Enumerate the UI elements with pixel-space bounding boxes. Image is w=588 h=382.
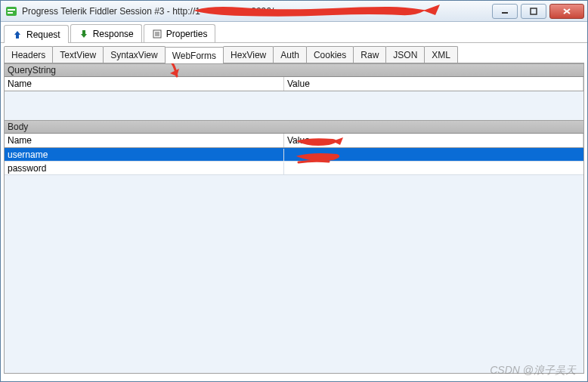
- bottom-spacer: [1, 378, 587, 381]
- titlebar: Progress Telerik Fiddler Session #3 - ht…: [1, 1, 587, 22]
- subtab-webforms[interactable]: WebForms: [165, 47, 224, 63]
- subtab-json[interactable]: JSON: [385, 46, 425, 63]
- webforms-panel: QueryString Name Value Body Name Value u…: [4, 63, 584, 374]
- properties-icon: [152, 29, 162, 39]
- subtab-raw[interactable]: Raw: [353, 46, 386, 63]
- window: Progress Telerik Fiddler Session #3 - ht…: [0, 0, 588, 382]
- svg-rect-4: [531, 8, 537, 14]
- minimize-button[interactable]: [492, 4, 518, 19]
- querystring-header: QueryString: [5, 63, 583, 77]
- close-button[interactable]: [549, 4, 584, 19]
- subtab-headers[interactable]: Headers: [4, 46, 53, 63]
- subtab-cookies[interactable]: Cookies: [306, 46, 354, 63]
- body-column-headers: Name Value: [5, 134, 583, 148]
- cell-value: [284, 168, 290, 169]
- cell-name: password: [5, 162, 284, 174]
- sub-tab-strip: Headers TextView SyntaxView WebForms Hex…: [1, 43, 587, 63]
- subtab-xml[interactable]: XML: [424, 46, 458, 63]
- subtab-syntaxview[interactable]: SyntaxView: [103, 46, 165, 63]
- querystring-col-name[interactable]: Name: [5, 77, 284, 91]
- app-icon: [5, 5, 17, 17]
- maximize-button[interactable]: [521, 4, 546, 19]
- querystring-col-value[interactable]: Value: [284, 77, 583, 91]
- tab-response-label: Response: [93, 29, 134, 39]
- upload-icon: [12, 29, 23, 40]
- subtab-hexview[interactable]: HexView: [223, 46, 274, 63]
- window-controls: [492, 4, 587, 19]
- querystring-column-headers: Name Value: [5, 77, 583, 91]
- tab-properties[interactable]: Properties: [144, 24, 216, 42]
- table-row[interactable]: password: [5, 162, 583, 175]
- body-header: Body: [5, 120, 583, 134]
- subtab-auth[interactable]: Auth: [273, 46, 307, 63]
- tab-request-label: Request: [26, 29, 60, 40]
- tab-request[interactable]: Request: [4, 25, 69, 43]
- svg-rect-2: [8, 12, 13, 14]
- querystring-grid[interactable]: [5, 91, 583, 120]
- main-tab-strip: Request Response Properties: [1, 22, 587, 43]
- subtab-textview[interactable]: TextView: [52, 46, 104, 63]
- cell-value: [284, 154, 290, 156]
- body-col-name[interactable]: Name: [5, 134, 284, 147]
- window-title: Progress Telerik Fiddler Session #3 - ht…: [22, 6, 492, 17]
- svg-rect-0: [6, 7, 17, 16]
- tab-response[interactable]: Response: [70, 24, 142, 42]
- body-grid[interactable]: username password: [5, 148, 583, 373]
- body-col-value[interactable]: Value: [284, 134, 583, 147]
- download-icon: [79, 29, 89, 39]
- tab-properties-label: Properties: [166, 29, 208, 39]
- table-row[interactable]: username: [5, 148, 583, 162]
- cell-name: username: [5, 149, 284, 161]
- svg-rect-1: [8, 9, 15, 11]
